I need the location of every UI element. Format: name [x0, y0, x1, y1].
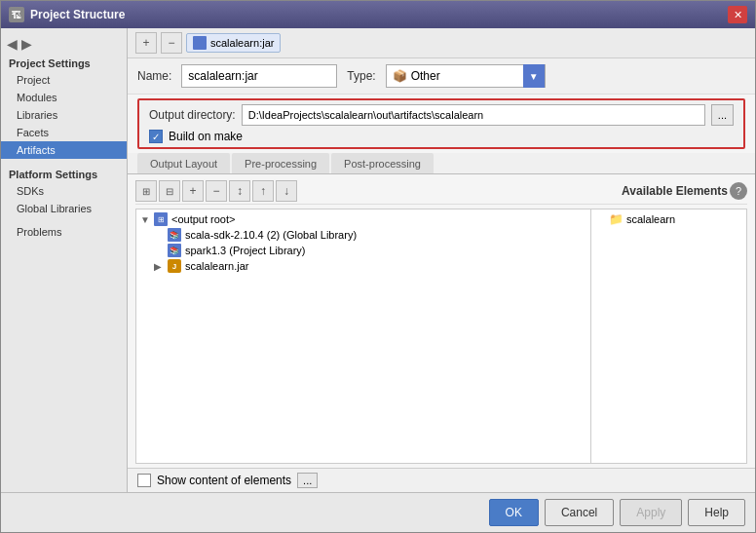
- remove-artifact-button[interactable]: −: [161, 32, 182, 54]
- build-on-make-label: Build on make: [169, 130, 243, 143]
- remove-element-button[interactable]: −: [206, 180, 227, 202]
- node-label-scalalearn-jar: scalalearn.jar: [185, 260, 248, 272]
- node-icon-scalalearn-folder: 📁: [609, 212, 623, 226]
- output-dir-browse-button[interactable]: ...: [711, 104, 734, 126]
- show-content-label: Show content of elements: [157, 474, 291, 487]
- build-on-make-checkbox[interactable]: [149, 130, 163, 143]
- collapse-button[interactable]: ⊟: [159, 180, 180, 202]
- sidebar-item-sdks[interactable]: SDKs: [1, 182, 127, 200]
- type-value: Other: [411, 69, 440, 83]
- sidebar-item-artifacts[interactable]: Artifacts: [1, 141, 127, 159]
- tab-output-layout[interactable]: Output Layout: [137, 153, 230, 173]
- name-type-row: Name: Type: 📦 Other ▼: [128, 58, 755, 95]
- title-bar: 🏗 Project Structure ✕: [1, 1, 755, 28]
- down-element-button[interactable]: ↓: [276, 180, 297, 202]
- show-content-row: Show content of elements ...: [128, 468, 755, 492]
- ok-button[interactable]: OK: [489, 499, 539, 526]
- node-icon-scalalearn-jar: J: [168, 259, 181, 273]
- tab-post-processing[interactable]: Post-processing: [331, 153, 434, 173]
- project-structure-dialog: 🏗 Project Structure ✕ ◀ ▶ Project Settin…: [0, 0, 756, 533]
- type-select-display: 📦 Other: [387, 67, 523, 85]
- sidebar-item-project[interactable]: Project: [1, 71, 127, 89]
- artifact-toolbar: + − scalalearn:jar: [128, 28, 755, 58]
- cancel-button[interactable]: Cancel: [545, 499, 614, 526]
- nav-forward-button[interactable]: ▶: [21, 36, 32, 52]
- artifact-item-icon: [193, 36, 207, 50]
- content-panel: + − scalalearn:jar Name: Type: 📦 Other ▼: [128, 28, 755, 492]
- sidebar: ◀ ▶ Project Settings Project Modules Lib…: [1, 28, 128, 492]
- node-expand-scalalearn-jar: ▶: [154, 261, 164, 272]
- up-element-button[interactable]: ↑: [252, 180, 274, 202]
- move-element-button[interactable]: ↕: [229, 180, 250, 202]
- type-dropdown-button[interactable]: ▼: [523, 64, 545, 88]
- dialog-title: Project Structure: [30, 8, 125, 21]
- node-icon-output-root: ⊞: [154, 212, 168, 226]
- tree-node-scala-sdk[interactable]: 📚 scala-sdk-2.10.4 (2) (Global Library): [138, 227, 588, 243]
- expand-button[interactable]: ⊞: [135, 180, 157, 202]
- output-dir-row: Output directory: ...: [149, 104, 734, 126]
- tabs-row: Output Layout Pre-processing Post-proces…: [128, 153, 755, 174]
- available-elements-label: Available Elements: [622, 184, 728, 198]
- main-area: ◀ ▶ Project Settings Project Modules Lib…: [1, 28, 755, 492]
- show-content-ellipsis-button[interactable]: ...: [297, 473, 318, 488]
- tree-toolbar: ⊞ ⊟ + − ↕ ↑ ↓ Available Elements ?: [135, 178, 747, 205]
- platform-settings-label: Platform Settings: [1, 165, 127, 182]
- node-label-scala-sdk: scala-sdk-2.10.4 (2) (Global Library): [185, 229, 357, 241]
- apply-button[interactable]: Apply: [620, 499, 682, 526]
- node-icon-scala-sdk: 📚: [168, 228, 181, 242]
- tab-pre-processing[interactable]: Pre-processing: [232, 153, 329, 173]
- panel-split: ▼ ⊞ <output root> 📚 scala-sdk-2.10.4 (2)…: [135, 209, 747, 464]
- node-expand-output-root: ▼: [140, 214, 150, 225]
- sidebar-item-libraries[interactable]: Libraries: [1, 106, 127, 124]
- tree-area: ⊞ ⊟ + − ↕ ↑ ↓ Available Elements ?: [135, 178, 747, 464]
- title-bar-left: 🏗 Project Structure: [9, 7, 125, 22]
- right-tree[interactable]: 📁 scalalearn: [591, 209, 747, 464]
- node-icon-spark: 📚: [168, 244, 181, 257]
- add-artifact-button[interactable]: +: [135, 32, 157, 54]
- artifact-item[interactable]: scalalearn:jar: [186, 33, 281, 53]
- close-button[interactable]: ✕: [728, 6, 747, 23]
- output-dir-input[interactable]: [242, 104, 705, 126]
- node-label-scalalearn-folder: scalalearn: [626, 213, 675, 225]
- nav-back-button[interactable]: ◀: [7, 36, 18, 52]
- output-dir-label: Output directory:: [149, 108, 236, 122]
- artifact-item-label: scalalearn:jar: [210, 37, 274, 49]
- left-tree[interactable]: ▼ ⊞ <output root> 📚 scala-sdk-2.10.4 (2)…: [135, 209, 591, 464]
- dialog-icon: 🏗: [9, 7, 24, 22]
- type-icon: 📦: [393, 69, 407, 83]
- help-button[interactable]: Help: [688, 499, 745, 526]
- sidebar-item-modules[interactable]: Modules: [1, 89, 127, 106]
- type-label: Type:: [347, 69, 375, 83]
- show-content-checkbox[interactable]: [137, 474, 151, 487]
- name-input[interactable]: [181, 64, 337, 88]
- node-label-output-root: <output root>: [171, 213, 235, 225]
- sidebar-item-problems[interactable]: Problems: [1, 223, 127, 241]
- sidebar-item-global-libraries[interactable]: Global Libraries: [1, 200, 127, 217]
- tree-node-scalalearn-folder[interactable]: 📁 scalalearn: [593, 211, 744, 227]
- tree-node-spark[interactable]: 📚 spark1.3 (Project Library): [138, 243, 588, 258]
- elements-panel: ⊞ ⊟ + − ↕ ↑ ↓ Available Elements ?: [128, 174, 755, 468]
- bottom-bar: OK Cancel Apply Help: [1, 492, 755, 532]
- project-settings-label: Project Settings: [1, 54, 127, 71]
- tree-node-scalalearn-jar[interactable]: ▶ J scalalearn.jar: [138, 258, 588, 274]
- help-icon[interactable]: ?: [730, 182, 747, 200]
- node-label-spark: spark1.3 (Project Library): [185, 245, 306, 256]
- build-on-make-row: Build on make: [149, 130, 734, 143]
- add-element-button[interactable]: +: [182, 180, 204, 202]
- output-dir-section: Output directory: ... Build on make: [137, 98, 745, 149]
- nav-row: ◀ ▶: [1, 34, 127, 54]
- name-label: Name:: [137, 69, 171, 83]
- sidebar-item-facets[interactable]: Facets: [1, 124, 127, 141]
- tree-node-output-root[interactable]: ▼ ⊞ <output root>: [138, 211, 588, 227]
- type-select[interactable]: 📦 Other ▼: [386, 64, 546, 88]
